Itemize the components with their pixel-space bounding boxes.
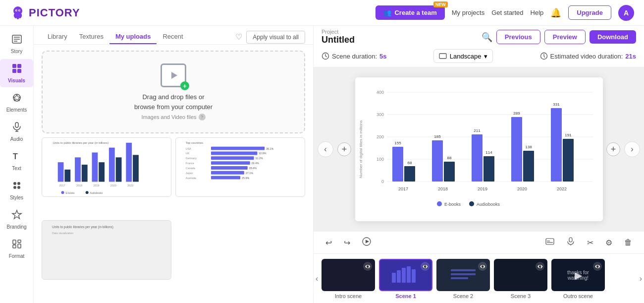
sidebar-item-text[interactable]: T Text	[0, 147, 33, 175]
svg-rect-137	[451, 277, 468, 279]
svg-text:2019: 2019	[477, 186, 487, 191]
sidebar-item-styles[interactable]: Styles	[0, 176, 33, 204]
svg-text:2022: 2022	[127, 184, 133, 187]
svg-text:29.4%: 29.4%	[252, 162, 259, 165]
download-button[interactable]: Download	[590, 30, 636, 44]
redo-button[interactable]: ↪	[340, 236, 354, 250]
sidebar-label-story: Story	[11, 49, 22, 54]
svg-text:Japan: Japan	[186, 172, 193, 175]
svg-rect-104	[472, 134, 483, 182]
sidebar-item-branding[interactable]: Branding	[0, 205, 33, 234]
upgrade-button[interactable]: Upgrade	[568, 5, 611, 20]
svg-text:88: 88	[447, 156, 451, 160]
avatar[interactable]: A	[618, 5, 634, 21]
sidebar-label-format: Format	[9, 253, 25, 259]
create-team-icon: 👥	[383, 9, 391, 16]
svg-rect-78	[439, 54, 446, 59]
upload-dropzone[interactable]: + Drag and drop files or browse from you…	[42, 51, 305, 133]
preview-button[interactable]: Preview	[544, 30, 586, 44]
thumbnail-1[interactable]: Units to public libraries per year (in b…	[42, 137, 171, 197]
sidebar-item-visuals[interactable]: Visuals	[0, 59, 33, 87]
sidebar-item-format[interactable]: Format	[0, 235, 33, 263]
prev-scene-button[interactable]: ‹	[318, 141, 333, 157]
svg-rect-40	[126, 143, 132, 182]
svg-text:Units to public libraries per : Units to public libraries per year (in b…	[53, 141, 108, 144]
sidebar-item-elements[interactable]: Elements	[0, 88, 33, 117]
favorite-heart-icon[interactable]: ♡	[235, 32, 242, 42]
plus-badge-icon: +	[180, 81, 189, 90]
svg-marker-124	[366, 240, 369, 243]
project-actions: 🔍 Previous Preview Download	[482, 30, 636, 44]
svg-rect-100	[444, 162, 455, 182]
audio-icon	[11, 121, 22, 135]
scene-1-image: 👁‍🗨	[379, 259, 432, 291]
svg-text:USA: USA	[186, 147, 191, 150]
svg-rect-27	[18, 240, 21, 242]
clock-icon	[322, 52, 329, 60]
svg-text:114: 114	[485, 150, 492, 155]
svg-text:Number of digital titles in mi: Number of digital titles in millions	[359, 121, 363, 179]
scene-thumb-intro[interactable]: 👁‍🗨 Intro scene	[322, 259, 375, 299]
tab-textures[interactable]: Textures	[73, 30, 109, 44]
add-scene-right-button[interactable]: +	[606, 142, 620, 156]
scene-thumb-outro[interactable]: thanks forwatching! 👁‍🗨 ▶ Outro scene	[551, 259, 605, 299]
svg-text:289: 289	[513, 111, 520, 116]
timeline-next-button[interactable]: ›	[640, 274, 642, 283]
previous-button[interactable]: Previous	[496, 30, 540, 44]
svg-text:2020: 2020	[110, 184, 116, 187]
tab-library[interactable]: Library	[42, 30, 73, 44]
tab-my-uploads[interactable]: My uploads	[109, 30, 157, 44]
scene-outro-overlay-icon: 👁‍🗨	[593, 262, 602, 271]
svg-rect-37	[99, 162, 105, 182]
sidebar-item-audio[interactable]: Audio	[0, 118, 33, 146]
svg-point-6	[16, 10, 17, 11]
svg-text:E-books: E-books	[65, 192, 75, 194]
scene-thumb-2[interactable]: 👁‍🗨 Scene 2	[436, 259, 490, 299]
svg-rect-58	[211, 176, 240, 180]
scene-thumb-3[interactable]: 👁‍🗨 Scene 3	[494, 259, 547, 299]
svg-rect-105	[483, 156, 494, 182]
scissors-button[interactable]: ✂	[583, 236, 597, 250]
svg-text:31.2%: 31.2%	[255, 157, 263, 160]
next-scene-button[interactable]: ›	[624, 141, 640, 157]
tab-recent[interactable]: Recent	[157, 30, 189, 44]
sidebar-label-elements: Elements	[6, 107, 27, 113]
create-team-button[interactable]: 👥 Create a team NEW	[376, 5, 444, 20]
undo-button[interactable]: ↩	[322, 236, 336, 250]
delete-button[interactable]: 🗑	[620, 236, 636, 249]
sidebar-label-audio: Audio	[10, 136, 23, 142]
estimated-label: Estimated video duration:	[550, 53, 623, 60]
search-icon-button[interactable]: 🔍	[482, 32, 492, 43]
svg-rect-114	[551, 108, 562, 182]
my-projects-link[interactable]: My projects	[452, 9, 484, 16]
scene-1-overlay-icon: 👁‍🗨	[421, 262, 429, 271]
svg-text:2018: 2018	[76, 184, 82, 187]
get-started-link[interactable]: Get started	[491, 9, 523, 16]
timeline-prev-button[interactable]: ‹	[316, 274, 318, 283]
story-icon	[11, 34, 22, 47]
settings-button[interactable]: ⚙	[601, 236, 616, 250]
styles-icon	[11, 180, 22, 193]
svg-point-22	[13, 182, 16, 185]
play-button[interactable]	[358, 235, 375, 250]
svg-rect-135	[451, 269, 476, 271]
orientation-selector[interactable]: Landscape ▾	[433, 49, 493, 63]
sidebar-label-visuals: Visuals	[8, 78, 25, 83]
sidebar-item-story[interactable]: Story	[0, 30, 33, 58]
thumbnail-2[interactable]: Top countries USA UK Germany France Cana…	[175, 137, 305, 197]
help-link[interactable]: Help	[531, 9, 544, 16]
scene-thumb-1[interactable]: 👁‍🗨 Scene 1	[379, 259, 432, 299]
add-scene-left-button[interactable]: +	[337, 142, 351, 156]
visuals-icon	[11, 63, 22, 76]
notification-bell-icon[interactable]: 🔔	[550, 7, 561, 18]
thumbnail-3[interactable]: Units to public libraries per year (in b…	[42, 220, 171, 280]
project-area: Project Untitled 🔍 Previous Preview Down…	[314, 26, 644, 45]
caption-button[interactable]	[541, 235, 558, 250]
microphone-button[interactable]	[562, 235, 579, 250]
svg-text:Audiobooks: Audiobooks	[90, 192, 103, 194]
apply-visual-button[interactable]: Apply visual to all	[246, 31, 305, 44]
svg-point-24	[13, 186, 16, 189]
svg-text:191: 191	[565, 133, 572, 137]
svg-rect-36	[92, 153, 98, 182]
create-team-label: Create a team	[394, 9, 436, 16]
